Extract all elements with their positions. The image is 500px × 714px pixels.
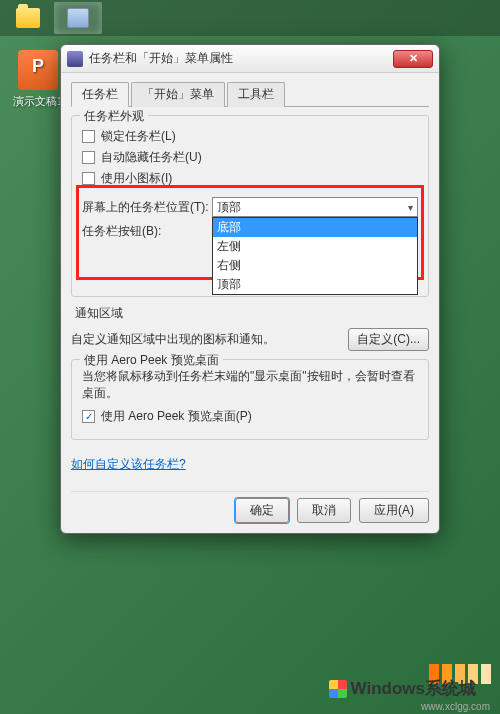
highlighted-region: 屏幕上的任务栏位置(T): 顶部 底部 左侧 右侧 顶部 任务栏按钮(B): [78,187,422,278]
notify-group-title: 通知区域 [71,305,429,322]
group-title: 任务栏外观 [80,108,148,125]
aero-peek-checkbox[interactable]: ✓使用 Aero Peek 预览桌面(P) [82,408,418,425]
taskbar-icon-explorer[interactable] [4,2,52,34]
dropdown-option[interactable]: 顶部 [213,275,417,294]
tab-start-menu[interactable]: 「开始」菜单 [131,82,225,107]
customize-button[interactable]: 自定义(C)... [348,328,429,351]
buttons-label: 任务栏按钮(B): [82,223,212,240]
ppt-icon [18,50,58,90]
desktop-icon-ppt[interactable]: 演示文稿1 [8,50,68,109]
position-label: 屏幕上的任务栏位置(T): [82,199,212,216]
taskbar [0,0,500,36]
close-icon: ✕ [409,52,418,65]
tab-strip: 任务栏 「开始」菜单 工具栏 [71,81,429,107]
position-dropdown: 底部 左侧 右侧 顶部 [212,217,418,295]
autohide-checkbox[interactable]: 自动隐藏任务栏(U) [82,149,418,166]
taskbar-properties-dialog: 任务栏和「开始」菜单属性 ✕ 任务栏 「开始」菜单 工具栏 任务栏外观 锁定任务… [60,44,440,534]
watermark-url: www.xclgg.com [421,701,490,712]
watermark: Windows系统城 [329,677,476,700]
position-combo[interactable]: 顶部 [212,197,418,217]
dropdown-option[interactable]: 左侧 [213,237,417,256]
apply-button[interactable]: 应用(A) [359,498,429,523]
small-icons-checkbox[interactable]: 使用小图标(I) [82,170,418,187]
ok-button[interactable]: 确定 [235,498,289,523]
titlebar[interactable]: 任务栏和「开始」菜单属性 ✕ [61,45,439,73]
windows-logo-icon [329,680,347,698]
dropdown-option[interactable]: 右侧 [213,256,417,275]
lock-taskbar-checkbox[interactable]: 锁定任务栏(L) [82,128,418,145]
close-button[interactable]: ✕ [393,50,433,68]
dialog-icon [67,51,83,67]
aero-desc: 当您将鼠标移动到任务栏末端的"显示桌面"按钮时，会暂时查看桌面。 [82,368,418,402]
dropdown-option[interactable]: 底部 [213,218,417,237]
aero-group-title: 使用 Aero Peek 预览桌面 [80,352,223,369]
notify-desc: 自定义通知区域中出现的图标和通知。 [71,331,275,348]
desktop-icon-label: 演示文稿1 [8,94,68,109]
aero-peek-group: 使用 Aero Peek 预览桌面 当您将鼠标移动到任务栏末端的"显示桌面"按钮… [71,359,429,440]
appearance-group: 任务栏外观 锁定任务栏(L) 自动隐藏任务栏(U) 使用小图标(I) 屏幕上的任… [71,115,429,297]
help-link[interactable]: 如何自定义该任务栏? [71,456,186,473]
dialog-title: 任务栏和「开始」菜单属性 [89,50,393,67]
taskbar-icon-computer[interactable] [54,2,102,34]
tab-toolbars[interactable]: 工具栏 [227,82,285,107]
cancel-button[interactable]: 取消 [297,498,351,523]
tab-taskbar[interactable]: 任务栏 [71,82,129,107]
watermark-text: Windows系统城 [351,677,476,700]
